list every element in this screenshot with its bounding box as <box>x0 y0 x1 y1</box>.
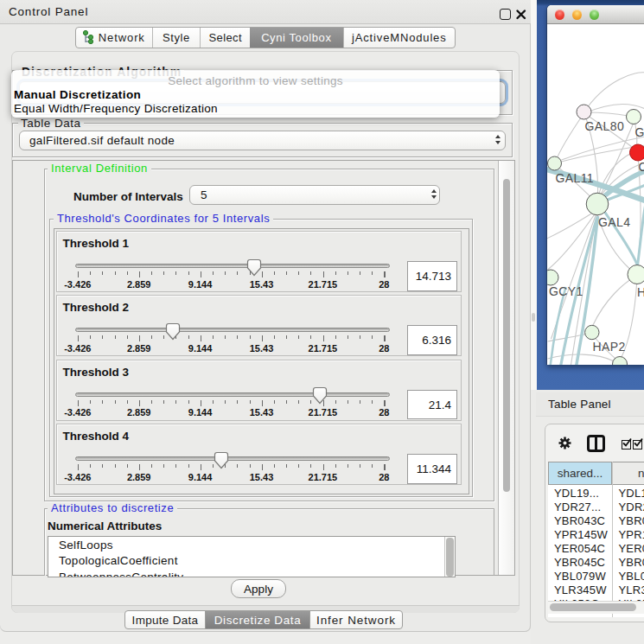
svg-text:H: H <box>637 285 644 299</box>
svg-text:GAL11: GAL11 <box>555 171 594 185</box>
svg-text:GA: GA <box>634 125 644 139</box>
svg-text:GAL4: GAL4 <box>598 215 630 229</box>
svg-text:HAP2: HAP2 <box>592 340 625 354</box>
svg-text:C: C <box>638 160 644 174</box>
svg-text:GCY1: GCY1 <box>549 284 583 298</box>
svg-text:GAL80: GAL80 <box>584 119 624 133</box>
